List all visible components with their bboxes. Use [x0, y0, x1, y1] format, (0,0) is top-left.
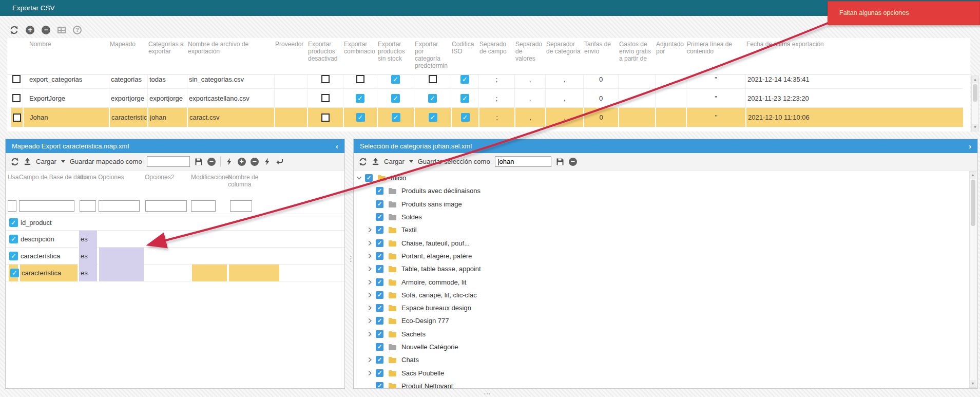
category-checkbox[interactable]: [376, 304, 383, 312]
tree-scrollbar[interactable]: ▲ ▼: [969, 171, 976, 388]
column-header-exp_desactivados[interactable]: Exportar productos desactivad: [308, 41, 341, 62]
tree-item[interactable]: Sacs Poubelle: [354, 366, 977, 379]
table-scrollbar-thumb[interactable]: [973, 84, 977, 102]
expand-icon[interactable]: [367, 226, 373, 233]
bolt-icon[interactable]: [225, 158, 233, 165]
row-select-checkbox[interactable]: [13, 114, 21, 122]
exp_categoria_predeterminada-checkbox[interactable]: [429, 75, 437, 83]
tree-item[interactable]: Portant, étagère, patère: [354, 250, 977, 262]
column-header-fecha_ultima_exportacion[interactable]: Fecha de última exportación: [746, 41, 961, 48]
expander[interactable]: [367, 370, 373, 376]
add-icon[interactable]: +: [26, 26, 34, 34]
filter-campo-input[interactable]: [19, 200, 74, 212]
exp_categoria_predeterminada-checkbox[interactable]: [429, 113, 437, 122]
load-button[interactable]: Cargar: [384, 158, 405, 165]
scroll-down-icon[interactable]: ▼: [970, 380, 976, 387]
expand-icon[interactable]: [367, 356, 373, 363]
category-label[interactable]: Armoire, commode, lit: [401, 278, 466, 286]
category-label[interactable]: Eco-Design 777: [401, 317, 449, 325]
tree-item[interactable]: Produits avec déclinaisons: [354, 184, 977, 197]
chevron-down-icon[interactable]: [61, 160, 65, 163]
category-checkbox[interactable]: [376, 369, 383, 377]
column-header-primera_linea[interactable]: Primera línea de contenido: [687, 41, 743, 55]
expander[interactable]: [367, 240, 373, 247]
load-icon[interactable]: [24, 158, 31, 165]
column-header-separador_categoria[interactable]: Separador de categoría: [546, 41, 581, 55]
expand-icon[interactable]: [367, 292, 373, 298]
exp_combinaciones-checkbox[interactable]: [356, 113, 365, 122]
exp_combinaciones-checkbox[interactable]: [356, 75, 364, 83]
column-header-gastos_envio_gratis[interactable]: Gastos de envío gratis a partir de: [619, 41, 653, 62]
load-button[interactable]: Cargar: [36, 158, 56, 165]
tree-item[interactable]: Nouvelle Catégorie: [354, 341, 977, 353]
category-label[interactable]: Portant, étagère, patère: [401, 252, 472, 260]
collapse-icon[interactable]: [356, 175, 362, 181]
table-row[interactable]: Johancaracteristicjohancaract.csv;,,0"20…: [7, 108, 970, 127]
remove-icon[interactable]: −: [42, 26, 50, 34]
column-header-exp_categoria_predeterminada[interactable]: Exportar por categoría predetermin: [415, 41, 449, 69]
expander[interactable]: [367, 226, 373, 233]
category-checkbox[interactable]: [376, 330, 383, 338]
category-checkbox[interactable]: [365, 174, 373, 182]
chevron-down-icon[interactable]: [409, 160, 413, 163]
category-checkbox[interactable]: [376, 343, 383, 351]
category-checkbox[interactable]: [376, 278, 383, 286]
tree-item[interactable]: Produit Nettoyant: [354, 380, 977, 388]
refresh-icon[interactable]: [359, 158, 367, 166]
exp_desactivados-checkbox[interactable]: [321, 94, 330, 102]
filter-opciones2-input[interactable]: [145, 200, 187, 212]
table-row[interactable]: ExportJorgeexportjorgeexportjorgeexportc…: [7, 89, 970, 108]
filter-idioma-input[interactable]: [80, 200, 96, 212]
delete-mapping-icon[interactable]: −: [207, 158, 216, 166]
tree-item[interactable]: Eco-Design 777: [354, 314, 977, 327]
exp_desactivados-checkbox[interactable]: [321, 114, 330, 122]
scroll-down-icon[interactable]: ▼: [972, 124, 978, 131]
column-header-separador_campo[interactable]: Separado de campo: [479, 41, 512, 55]
panel-splitter-handle[interactable]: ⋮: [347, 254, 355, 263]
tree-resize-handle[interactable]: ⋯: [484, 389, 492, 397]
category-label[interactable]: Nouvelle Catégorie: [401, 343, 458, 351]
tree-item[interactable]: Chaise, fauteuil, pouf...: [354, 236, 977, 249]
category-label[interactable]: Produits avec déclinaisons: [401, 187, 481, 195]
refresh-icon[interactable]: [10, 26, 18, 34]
category-checkbox[interactable]: [376, 356, 383, 364]
usa-checkbox[interactable]: [10, 269, 19, 277]
expander[interactable]: [367, 253, 373, 259]
filter-modificaciones-input[interactable]: [191, 200, 216, 212]
load-icon[interactable]: [372, 158, 379, 165]
category-label[interactable]: Soldes: [401, 213, 422, 221]
expander[interactable]: [367, 266, 373, 272]
expander[interactable]: [367, 305, 373, 311]
exp_categoria_predeterminada-checkbox[interactable]: [428, 94, 437, 103]
tree-item[interactable]: Inicio: [354, 172, 977, 184]
column-header-adjuntado_por[interactable]: Adjuntado por: [656, 41, 684, 55]
column-header-separador_valores[interactable]: Separado de valores: [515, 41, 543, 62]
category-label[interactable]: Produits sans image: [401, 200, 462, 208]
codificacion_iso-checkbox[interactable]: [461, 113, 470, 122]
tree-item[interactable]: Textil: [354, 223, 977, 236]
expander[interactable]: [367, 317, 373, 324]
row-select-checkbox[interactable]: [12, 75, 21, 83]
expand-panel-icon[interactable]: ›: [969, 139, 971, 153]
expand-icon[interactable]: [367, 253, 373, 259]
mapping-row[interactable]: característicaes: [6, 264, 344, 281]
expand-icon[interactable]: [367, 279, 373, 286]
category-label[interactable]: Inicio: [391, 174, 406, 182]
return-icon[interactable]: [276, 158, 284, 166]
tree-item[interactable]: Table, table basse, appoint: [354, 262, 977, 275]
tree-item[interactable]: Sachets: [354, 328, 977, 341]
table-scrollbar[interactable]: ▲ ▼: [971, 75, 979, 131]
codificacion_iso-checkbox[interactable]: [460, 75, 469, 84]
expand-icon[interactable]: [367, 370, 373, 376]
column-header-nombre[interactable]: Nombre: [29, 41, 112, 48]
tree-item[interactable]: Chats: [354, 353, 977, 366]
delete-selection-icon[interactable]: −: [569, 158, 577, 166]
scroll-up-icon[interactable]: ▲: [970, 172, 976, 179]
expander[interactable]: [367, 292, 373, 298]
column-header-exp_sin_stock[interactable]: Exportar productos sin stock: [378, 41, 412, 62]
expand-icon[interactable]: [367, 305, 373, 311]
category-label[interactable]: Table, table basse, appoint: [401, 265, 481, 273]
expander[interactable]: [367, 279, 373, 286]
exp_combinaciones-checkbox[interactable]: [356, 94, 364, 103]
exp_desactivados-checkbox[interactable]: [321, 75, 330, 83]
